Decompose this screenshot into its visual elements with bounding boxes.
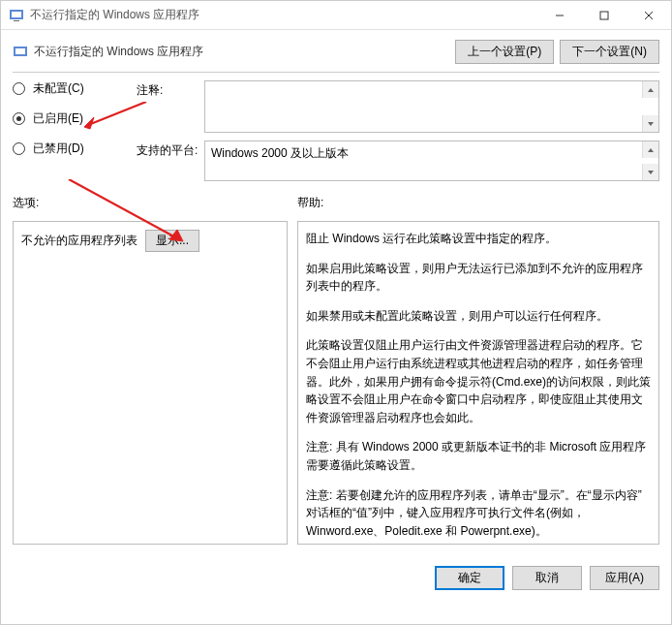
help-paragraph: 此策略设置仅阻止用户运行由文件资源管理器进程启动的程序。它不会阻止用户运行由系统… [306, 336, 651, 426]
help-paragraph: 注意: 若要创建允许的应用程序列表，请单击“显示”。在“显示内容”对话框的“值”… [306, 486, 651, 541]
radio-label: 已禁用(D) [33, 141, 84, 157]
svg-marker-10 [648, 122, 654, 126]
options-pane: 不允许的应用程序列表 显示... [13, 221, 288, 545]
help-heading: 帮助: [297, 195, 323, 211]
config-body: 未配置(C) 已启用(E) 已禁用(D) 注释: 支持的平台: Windows … [1, 73, 671, 189]
close-button[interactable] [626, 1, 671, 30]
header: 不运行指定的 Windows 应用程序 上一个设置(P) 下一个设置(N) [1, 30, 671, 72]
svg-rect-4 [600, 12, 608, 19]
title-bar: 不运行指定的 Windows 应用程序 [1, 1, 671, 30]
help-paragraph: 阻止 Windows 运行在此策略设置中指定的程序。 [306, 230, 651, 248]
state-radio-group: 未配置(C) 已启用(E) 已禁用(D) [13, 80, 109, 189]
radio-icon [13, 82, 25, 95]
scroll-up-icon[interactable] [642, 141, 658, 158]
policy-title: 不运行指定的 Windows 应用程序 [34, 44, 455, 60]
policy-icon [13, 45, 28, 60]
annotation-arrow-icon [78, 102, 156, 134]
apply-button[interactable]: 应用(A) [590, 566, 659, 590]
help-text: 阻止 Windows 运行在此策略设置中指定的程序。如果启用此策略设置，则用户无… [306, 230, 651, 540]
cancel-button[interactable]: 取消 [512, 566, 582, 590]
maximize-button[interactable] [582, 1, 626, 30]
dialog-footer: 确定 取消 应用(A) [1, 556, 671, 600]
svg-marker-13 [84, 117, 94, 129]
radio-not-configured[interactable]: 未配置(C) [13, 80, 109, 97]
nav-buttons: 上一个设置(P) 下一个设置(N) [455, 40, 659, 64]
comment-field[interactable] [204, 80, 659, 133]
help-paragraph: 如果禁用或未配置此策略设置，则用户可以运行任何程序。 [306, 307, 651, 326]
svg-marker-11 [648, 148, 654, 152]
supported-field: Windows 2000 及以上版本 [204, 141, 659, 181]
radio-disabled[interactable]: 已禁用(D) [13, 141, 109, 157]
radio-label: 未配置(C) [33, 80, 84, 97]
svg-rect-8 [15, 48, 25, 54]
previous-setting-button[interactable]: 上一个设置(P) [455, 40, 554, 64]
help-paragraph: 如果启用此策略设置，则用户无法运行已添加到不允许的应用程序列表中的程序。 [306, 260, 651, 296]
app-icon [9, 8, 24, 23]
scroll-down-icon[interactable] [642, 164, 658, 180]
scroll-up-icon[interactable] [642, 81, 658, 98]
radio-icon [13, 142, 25, 155]
svg-rect-1 [12, 12, 21, 17]
scroll-down-icon[interactable] [642, 115, 658, 132]
svg-marker-12 [648, 171, 654, 174]
main-content: 不允许的应用程序列表 显示... 阻止 Windows 运行在此策略设置中指定的… [1, 215, 671, 556]
meta-fields: 注释: 支持的平台: Windows 2000 及以上版本 [137, 80, 659, 189]
ok-button[interactable]: 确定 [435, 566, 504, 590]
minimize-button[interactable] [537, 1, 582, 30]
window-title: 不运行指定的 Windows 应用程序 [30, 7, 537, 23]
supported-label: 支持的平台: [137, 141, 204, 181]
svg-marker-9 [648, 88, 654, 92]
help-pane: 阻止 Windows 运行在此策略设置中指定的程序。如果启用此策略设置，则用户无… [297, 221, 659, 545]
radio-label: 已启用(E) [33, 110, 83, 127]
help-paragraph: 注意: 具有 Windows 2000 或更新版本证书的非 Microsoft … [306, 438, 651, 474]
next-setting-button[interactable]: 下一个设置(N) [560, 40, 659, 64]
annotation-arrow-icon [59, 179, 195, 250]
svg-rect-2 [14, 20, 19, 21]
radio-icon [13, 112, 25, 125]
